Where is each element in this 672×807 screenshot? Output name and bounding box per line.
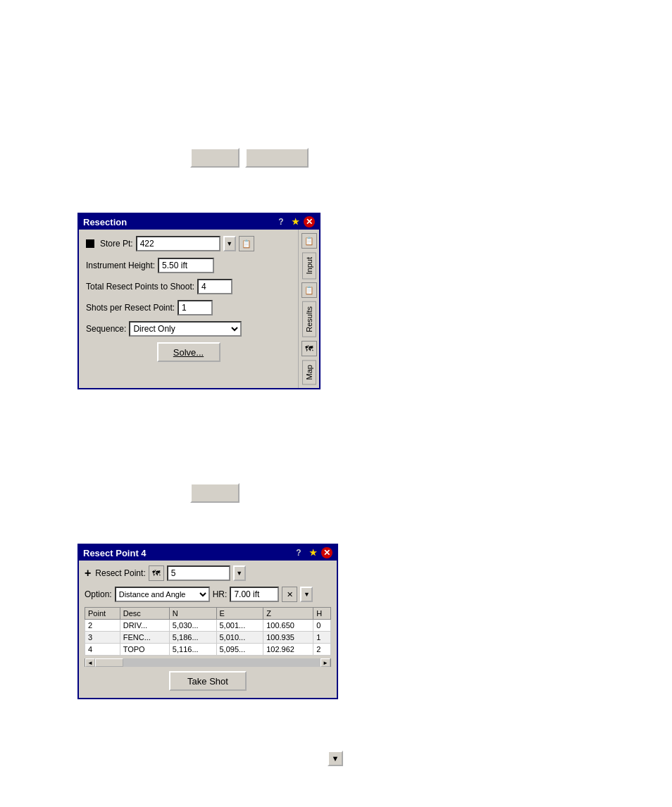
instrument-height-label: Instrument Height: — [86, 261, 155, 270]
instrument-height-row: Instrument Height: — [86, 258, 291, 273]
option-hr-row: Option: Distance and Angle Angle Only Di… — [85, 586, 331, 603]
resect-point-dropdown[interactable]: ▼ — [233, 565, 246, 581]
top-button-area — [190, 148, 309, 168]
sidebar-icon-2[interactable]: 📋 — [301, 282, 317, 298]
total-resect-row: Total Resect Points to Shoot: — [86, 279, 291, 294]
resect-point-input[interactable] — [167, 565, 230, 581]
cell-h: 2 — [313, 644, 331, 656]
cell-z: 102.962 — [263, 644, 313, 656]
table-header-row: Point Desc N E Z H — [85, 608, 331, 620]
resect-table: Point Desc N E Z H 2DRIV...5,030...5,001… — [85, 607, 331, 656]
resect-point-icon[interactable]: 🗺 — [149, 565, 164, 581]
top-button-2[interactable] — [245, 148, 309, 168]
resect-star-icon[interactable]: ★ — [307, 547, 318, 558]
cell-point: 3 — [85, 632, 120, 644]
resect-body: + Resect Point: 🗺 ▼ Option: Distance and… — [79, 561, 337, 698]
resection-title: Resection — [83, 217, 127, 227]
sequence-label: Sequence: — [86, 324, 126, 334]
cell-desc: FENC... — [120, 632, 169, 644]
option-select[interactable]: Distance and Angle Angle Only Distance O… — [115, 587, 210, 602]
col-h: H — [313, 608, 331, 620]
resection-body: Store Pt: ▼ 📋 Instrument Height: Total R… — [79, 230, 319, 388]
bottom-dropdown-arrow: ▼ — [332, 754, 340, 763]
shots-per-label: Shots per Resect Point: — [86, 303, 175, 313]
store-pt-indicator — [86, 239, 94, 248]
solve-button-label: Solve... — [173, 347, 204, 358]
sidebar-tab-input[interactable]: Input — [302, 252, 316, 279]
hr-dropdown[interactable]: ▼ — [300, 587, 313, 602]
scrollbar-thumb[interactable] — [95, 658, 123, 667]
hr-icon[interactable]: ✕ — [282, 587, 297, 602]
table-row: 2DRIV...5,030...5,001...100.6500 — [85, 620, 331, 632]
sequence-select[interactable]: Direct Only Direct and Reverse — [129, 321, 242, 337]
help-icon[interactable]: ? — [275, 216, 287, 227]
resection-sidebar: 📋 Input 📋 Results 🗺 Map — [298, 230, 319, 388]
cell-z: 100.650 — [263, 620, 313, 632]
col-n: N — [169, 608, 216, 620]
cell-e: 5,095... — [216, 644, 263, 656]
titlebar-icons: ? ★ ✕ — [275, 216, 315, 227]
store-pt-dropdown[interactable]: ▼ — [223, 236, 236, 251]
col-e: E — [216, 608, 263, 620]
table-row: 4TOPO5,116...5,095...102.9622 — [85, 644, 331, 656]
cell-point: 2 — [85, 620, 120, 632]
shots-per-input[interactable] — [178, 300, 213, 315]
store-pt-icon[interactable]: 📋 — [239, 236, 254, 251]
solve-button[interactable]: Solve... — [157, 342, 220, 362]
instrument-height-input[interactable] — [158, 258, 214, 273]
store-pt-input[interactable] — [136, 236, 220, 251]
resect-point-row: + Resect Point: 🗺 ▼ — [85, 565, 331, 582]
resect-title: Resect Point 4 — [83, 548, 147, 558]
store-pt-label: Store Pt: — [100, 239, 133, 249]
horizontal-scrollbar[interactable]: ◄ ► — [85, 658, 331, 667]
col-point: Point — [85, 608, 120, 620]
bottom-dropdown-btn[interactable]: ▼ — [328, 751, 343, 766]
col-z: Z — [263, 608, 313, 620]
hr-input[interactable] — [230, 587, 279, 602]
resect-point-dialog: Resect Point 4 ? ★ ✕ + Resect Point: 🗺 ▼… — [77, 544, 338, 699]
sidebar-icon-map[interactable]: 🗺 — [301, 341, 317, 356]
sidebar-icon-1[interactable]: 📋 — [301, 233, 317, 249]
total-resect-input[interactable] — [197, 279, 232, 294]
resect-table-body: 2DRIV...5,030...5,001...100.65003FENC...… — [85, 620, 331, 656]
cell-n: 5,030... — [169, 620, 216, 632]
cell-desc: TOPO — [120, 644, 169, 656]
sidebar-tab-results[interactable]: Results — [302, 301, 316, 337]
resect-titlebar: Resect Point 4 ? ★ ✕ — [79, 545, 337, 561]
middle-button-area — [190, 483, 239, 503]
cell-e: 5,010... — [216, 632, 263, 644]
cell-n: 5,116... — [169, 644, 216, 656]
sequence-row: Sequence: Direct Only Direct and Reverse — [86, 321, 291, 337]
table-row: 3FENC...5,186...5,010...100.9351 — [85, 632, 331, 644]
total-resect-label: Total Resect Points to Shoot: — [86, 282, 194, 292]
resect-close-icon[interactable]: ✕ — [321, 547, 332, 558]
shots-per-row: Shots per Resect Point: — [86, 300, 291, 315]
resection-dialog: Resection ? ★ ✕ Store Pt: ▼ 📋 Instrument… — [77, 213, 321, 389]
resect-help-icon[interactable]: ? — [293, 547, 304, 558]
scrollbar-track[interactable] — [95, 658, 321, 667]
col-desc: Desc — [120, 608, 169, 620]
cell-desc: DRIV... — [120, 620, 169, 632]
star-icon[interactable]: ★ — [290, 216, 301, 227]
close-icon[interactable]: ✕ — [304, 216, 315, 227]
scroll-right-btn[interactable]: ► — [321, 658, 330, 667]
take-shot-label: Take Shot — [187, 676, 228, 687]
cell-n: 5,186... — [169, 632, 216, 644]
scroll-left-btn[interactable]: ◄ — [85, 658, 95, 667]
store-pt-row: Store Pt: ▼ 📋 — [86, 235, 291, 252]
cell-point: 4 — [85, 644, 120, 656]
plus-icon: + — [85, 567, 91, 580]
middle-button[interactable] — [190, 483, 239, 503]
resect-point-label: Resect Point: — [95, 568, 145, 578]
hr-label: HR: — [213, 589, 228, 599]
cell-h: 1 — [313, 632, 331, 644]
take-shot-button[interactable]: Take Shot — [169, 671, 247, 691]
option-label: Option: — [85, 589, 112, 599]
cell-z: 100.935 — [263, 632, 313, 644]
cell-e: 5,001... — [216, 620, 263, 632]
top-button-1[interactable] — [190, 148, 239, 168]
resect-titlebar-icons: ? ★ ✕ — [293, 547, 332, 558]
sidebar-tab-map[interactable]: Map — [302, 360, 316, 384]
resection-main: Store Pt: ▼ 📋 Instrument Height: Total R… — [79, 230, 298, 388]
cell-h: 0 — [313, 620, 331, 632]
